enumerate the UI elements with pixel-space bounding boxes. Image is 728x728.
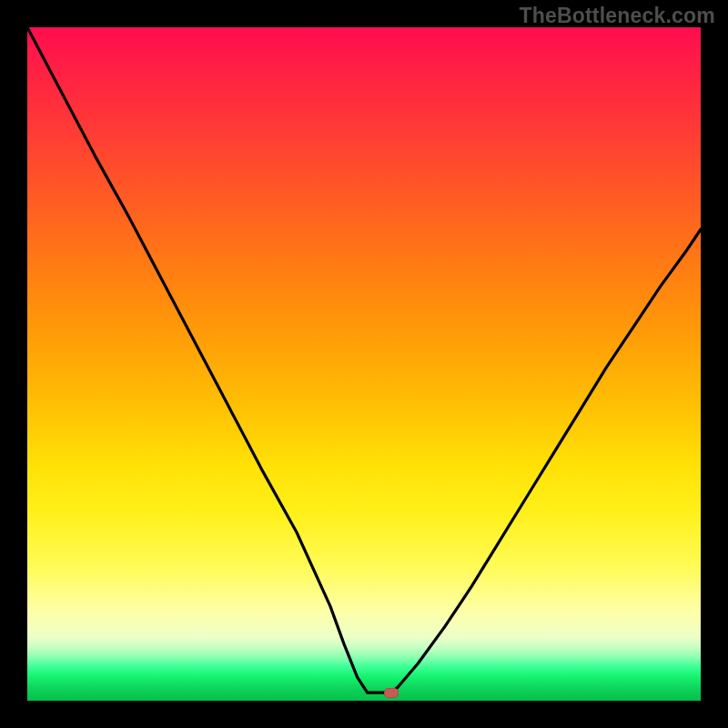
optimum-marker: [384, 688, 399, 698]
bottleneck-curve: [27, 27, 701, 701]
watermark-text: TheBottleneck.com: [519, 4, 715, 28]
chart-frame: TheBottleneck.com: [0, 0, 728, 728]
plot-area: [27, 27, 701, 701]
